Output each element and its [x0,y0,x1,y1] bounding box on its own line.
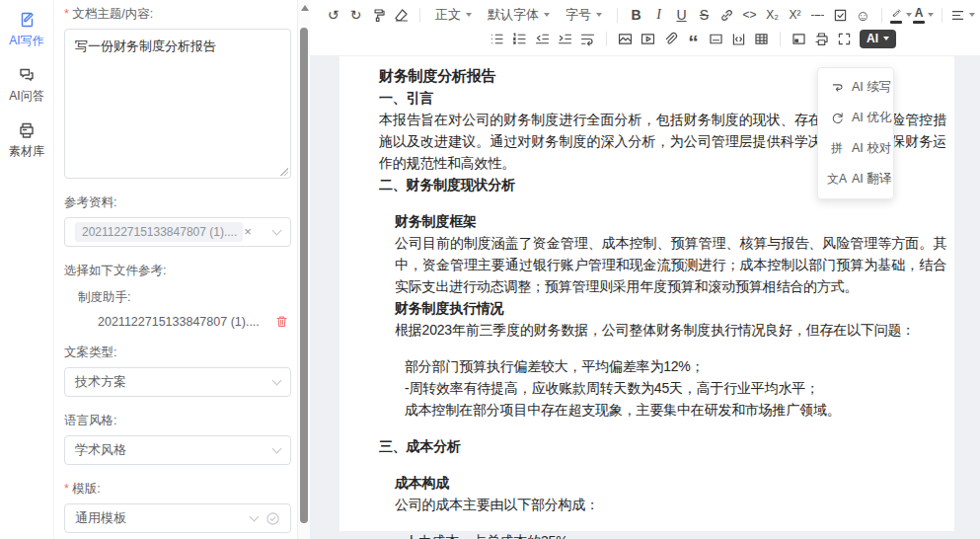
doc-block-h2[interactable]: 成本构成 [395,472,946,494]
todo-checkbox-icon[interactable] [829,4,852,27]
bullet-list-icon[interactable] [486,28,508,50]
text-wrap-icon[interactable] [576,28,599,50]
align-icon[interactable] [949,4,975,27]
chevron-down-icon [272,226,282,236]
fullscreen-icon[interactable] [833,28,856,50]
template-select[interactable]: 通用模板 [64,503,291,533]
ai-optimize-icon [829,111,845,126]
selected-file-row: 2021122715133847807 (1).... [98,314,291,329]
italic-icon[interactable]: I [647,4,670,27]
doc-block-li[interactable]: 部分部门预算执行偏差较大，平均偏差率为12%； [405,355,946,377]
ai-menu-item[interactable]: AI 续写 [818,72,893,103]
ai-menu-item[interactable]: 拼AI 校对 [818,133,893,164]
copy-type-select[interactable]: 技术方案 [64,367,291,397]
ordered-list-icon[interactable] [508,28,531,50]
ai-menu-button[interactable]: AI [860,30,896,48]
ai-menu-item[interactable]: AI 优化 [818,103,893,133]
left-nav-rail: AI写作AI问答素材库 [0,0,54,539]
doc-block-li[interactable]: 成本控制在部分项目中存在超支现象，主要集中在研发和市场推广领域。 [405,399,946,421]
doc-block-li[interactable]: 人力成本：占总成本的35%； [405,530,946,539]
highlight-color-icon[interactable] [889,4,912,27]
ai-write-form-panel: 文档主题/内容: 写一份财务制度分析报告 参考资料: 2021122715133… [54,0,297,539]
toolbar-separator [606,32,607,46]
chevron-down-icon [272,376,282,386]
copy-type-label: 文案类型: [64,345,291,361]
selected-file-name: 2021122715133847807 (1).... [98,315,260,329]
ai-continue-icon [829,80,845,96]
textarea-resize-handle[interactable] [280,168,288,176]
chevron-down-icon [250,512,260,522]
font-color-icon[interactable]: A [912,4,935,27]
attachment-icon[interactable] [659,28,682,50]
outdent-icon[interactable] [531,28,554,50]
reference-select[interactable]: 2021122715133847807 (1).... × [64,217,291,247]
paragraph-style-select[interactable]: 正文 [427,4,480,27]
inline-code-icon[interactable]: <> [738,4,761,27]
doc-block-h2[interactable]: 财务制度框架 [395,210,946,232]
print-icon[interactable] [810,28,833,50]
font-family-select[interactable]: 默认字体 [480,4,558,27]
panel-scrollbar[interactable] [297,0,310,539]
ai-menu-item-label: AI 优化 [852,110,891,126]
video-icon[interactable] [637,28,659,50]
toolbar-separator [780,32,781,46]
redo-icon[interactable]: ↻ [344,4,367,27]
language-style-label: 语言风格: [64,413,291,429]
reference-label: 参考资料: [64,194,291,211]
format-painter-icon[interactable] [367,4,390,27]
scrollbar-up-arrow[interactable] [301,5,309,11]
blockquote-icon[interactable]: “ [682,28,705,50]
topic-textarea[interactable]: 写一份财务制度分析报告 [64,29,291,179]
eraser-icon[interactable] [390,4,413,27]
table-icon[interactable] [750,28,773,50]
doc-block-h1[interactable]: 三、成本分析 [379,435,946,457]
undo-icon[interactable]: ↺ [322,4,344,27]
sidebar-item-2[interactable]: AI问答 [9,65,43,105]
code-block-icon[interactable] [727,28,750,50]
delete-file-icon[interactable] [274,314,289,329]
embed-icon[interactable] [788,28,810,50]
scrollbar-thumb[interactable] [300,28,308,523]
ai-translate-icon: 文A [829,172,845,188]
image-icon[interactable] [614,28,637,50]
doc-block-p2[interactable]: 根据2023年前三季度的财务数据，公司整体财务制度执行情况良好，但存在以下问题： [395,319,946,341]
link-icon[interactable] [716,4,738,27]
chevron-down-icon [544,13,550,17]
chevron-down-icon [466,13,472,17]
underline-icon[interactable]: U [670,4,693,27]
font-size-select[interactable]: 字号 [558,4,610,27]
ai-menu-item-label: AI 续写 [852,79,891,96]
doc-block-li[interactable]: -周转效率有待提高，应收账款周转天数为45天，高于行业平均水平； [405,377,946,399]
chevron-down-icon [906,13,912,17]
strikethrough-icon[interactable]: S [693,4,716,27]
toolbar-separator [881,8,882,23]
doc-block-p2[interactable]: 公司目前的制度涵盖了资金管理、成本控制、预算管理、核算与报告、风险管理等方面。其… [395,232,946,297]
indent-icon[interactable] [554,28,576,50]
ai-write-icon [17,10,37,30]
ai-menu-item[interactable]: 文AAI 翻译 [818,164,893,194]
material-library-icon [17,120,37,140]
emoji-icon[interactable]: ☺ [852,4,874,27]
sidebar-item-label: AI问答 [9,88,43,105]
toolbar-separator [942,8,942,23]
language-style-select[interactable]: 学术风格 [64,435,291,465]
chevron-down-icon [596,13,602,17]
bold-icon[interactable]: B [625,4,647,27]
doc-block-h2[interactable]: 财务制度执行情况 [395,297,946,319]
horizontal-rule-icon[interactable] [806,4,829,27]
chevron-down-icon [883,37,889,40]
ai-menu-item-label: AI 翻译 [852,171,891,188]
superscript-icon[interactable]: X² [784,4,806,27]
ai-menu-item-label: AI 校对 [852,140,891,157]
ai-proofread-icon: 拼 [829,141,845,157]
sidebar-item-1[interactable]: AI写作 [9,10,43,49]
sidebar-item-label: 素材库 [9,143,44,160]
subscript-icon[interactable]: X₂ [761,4,784,27]
chevron-down-icon [969,13,975,17]
tag-remove-icon[interactable]: × [244,227,252,237]
sidebar-item-3[interactable]: 素材库 [9,120,44,160]
divider-block-icon[interactable] [705,28,727,50]
doc-block-p2[interactable]: 公司的成本主要由以下部分构成： [395,494,946,515]
reference-file-tag: 2021122715133847807 (1).... × [75,222,243,242]
file-reference-label: 选择如下文件参考: [64,263,291,279]
